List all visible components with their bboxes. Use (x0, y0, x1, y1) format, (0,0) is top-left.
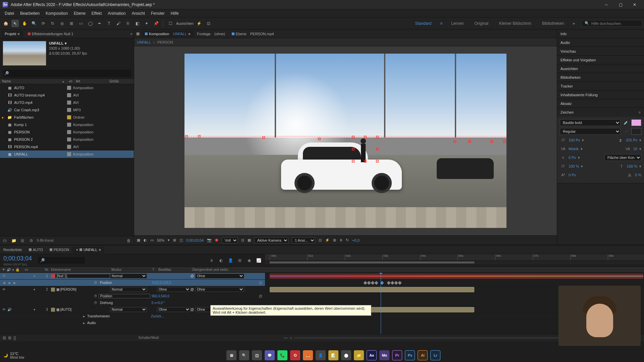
panel-ausrichten[interactable]: Ausrichten (557, 64, 644, 73)
prop-value[interactable]: 1010,9,528,8 (150, 281, 171, 285)
no-stroke-icon[interactable]: ⟋ (623, 128, 629, 135)
sort-indicator[interactable]: ▴ (62, 79, 69, 83)
toggle-switches-icon[interactable]: ⊞ (3, 336, 6, 340)
audio-toggle[interactable]: 🔊 (7, 308, 11, 312)
settings-icon[interactable]: ⚙ (28, 238, 34, 244)
bit-depth-label[interactable]: 8-Bit-Kanal (37, 239, 53, 242)
font-size-value[interactable]: 100 Px (569, 138, 580, 142)
add-kf-icon[interactable]: ◆ (7, 281, 11, 285)
breadcrumb-person[interactable]: PERSON (157, 40, 173, 44)
snap-options2[interactable]: ⊡ (205, 20, 212, 27)
menu-komposition[interactable]: Komposition (43, 10, 70, 16)
panel-info[interactable]: Info (557, 29, 644, 38)
app-teams[interactable]: 💬 (265, 350, 275, 360)
layer-name[interactable]: [Null 1] (55, 274, 110, 278)
pickwhip-icon[interactable]: @ (191, 308, 194, 311)
font-family-select[interactable]: Bastile bold (560, 119, 621, 126)
blend-mode-select[interactable]: Normal (110, 274, 147, 279)
menu-ebene[interactable]: Ebene (71, 10, 88, 16)
viewer-mask-icon[interactable]: ▭ (150, 238, 154, 242)
tsume-value[interactable]: 0 % (635, 173, 641, 177)
layer-name[interactable]: ▦ [PERSON] (55, 288, 110, 291)
eye-header-icon[interactable]: 👁 (2, 268, 5, 272)
font-style-select[interactable]: Regular (560, 128, 621, 135)
orbit-tool[interactable]: ⟳ (40, 20, 47, 27)
comp-name[interactable]: UNFALL ▾ (49, 41, 87, 46)
breadcrumb-unfall[interactable]: UNFALL (137, 40, 151, 44)
prop-audio[interactable]: ▸ Audio (0, 320, 265, 326)
menu-animation[interactable]: Animation (105, 10, 128, 16)
col-trkmat[interactable]: BewMas (158, 268, 192, 272)
panel-absatz[interactable]: Absatz (557, 99, 644, 108)
app-obs[interactable]: ⬤ (341, 350, 351, 360)
camera-select[interactable]: Aktive Kamera (254, 237, 288, 243)
app-premiere[interactable]: Pr (392, 350, 402, 360)
col-label-icon[interactable]: 🏷 (69, 79, 76, 83)
prop-value[interactable]: 960,0,540,0 (150, 294, 169, 298)
expression-pickwhip-icon[interactable]: @ (259, 294, 265, 298)
visibility-toggle[interactable]: 👁 (2, 308, 6, 312)
menu-bearbeiten[interactable]: Bearbeiten (17, 10, 42, 16)
pen-tool[interactable]: ✒ (96, 20, 103, 27)
selection-tool[interactable]: ↖ (11, 20, 19, 27)
twirl-icon[interactable]: ▾ (32, 308, 36, 312)
col-name[interactable]: Name (2, 79, 62, 83)
visibility-toggle[interactable]: 👁 (2, 274, 6, 278)
stopwatch-icon[interactable]: ⏱ (94, 301, 99, 305)
hide-shy-icon[interactable]: 👤 (227, 257, 234, 264)
resolution-select[interactable]: Voll (222, 237, 238, 243)
viewer-canvas[interactable] (184, 54, 506, 228)
puppet-tool[interactable]: 📌 (152, 20, 160, 27)
snap-options[interactable]: ⚡ (196, 20, 203, 27)
tab-projekt[interactable]: Projekt ≡ (1, 31, 23, 37)
layer-color-label[interactable] (51, 288, 55, 292)
panel-inhaltsbasierte[interactable]: Inhaltsbasierte Füllung (557, 90, 644, 99)
tab-footage[interactable]: Footage (ohne) (194, 31, 228, 37)
tab-auto[interactable]: AUTO (25, 247, 46, 253)
time-ruler[interactable]: :00s01s02s03s04s05s06s07s08s09s10s (265, 254, 644, 261)
zoom-out-icon[interactable]: — (284, 336, 288, 340)
leading-value[interactable]: 325 Px (626, 138, 637, 142)
zoom-dropdown-icon[interactable]: ▾ (168, 238, 170, 242)
twirl-icon[interactable]: ▸ (82, 321, 86, 325)
panel-menu-icon[interactable]: ≡ (639, 110, 641, 114)
prop-position-2[interactable]: ⏱ Position 960,0,540,0 @ (0, 293, 265, 300)
weather-widget[interactable]: 🌙 11°C Meist klar (3, 352, 24, 359)
toggle-modes-icon[interactable]: ⊞ (8, 336, 11, 340)
trash-icon[interactable]: 🗑 (126, 238, 132, 244)
switches-modes-label[interactable]: Schalter/Modi (16, 336, 281, 340)
hand-tool[interactable]: ✋ (21, 20, 28, 27)
flowchart-icon[interactable]: ⋔ (339, 238, 342, 242)
pickwhip-icon[interactable]: @ (191, 288, 194, 291)
col-t[interactable]: T (148, 268, 158, 272)
app-whatsapp[interactable]: 📞 (277, 350, 287, 360)
layer-row-2[interactable]: 👁▾ 2 ▦ [PERSON] Normal Ohne @Ohne (0, 286, 265, 293)
app-media-encoder[interactable]: Me (379, 350, 389, 360)
layer-row-1[interactable]: 👁▾ 1 [Null 1] Normal @Ohne (0, 273, 265, 280)
panel-effekte[interactable]: Effekte und Vorgaben (557, 56, 644, 64)
close-button[interactable]: ✕ (628, 1, 641, 9)
stopwatch-icon[interactable]: ⏱ (94, 281, 99, 285)
rotate-tool[interactable]: ↻ (49, 20, 56, 27)
trkmat-select[interactable]: Ohne (157, 307, 191, 312)
col-layername[interactable]: Ebenenname (51, 268, 111, 272)
prop-value[interactable]: 0 x+0,0 ° (150, 301, 165, 305)
pan-behind-tool[interactable]: ⊞ (68, 20, 75, 27)
app-generic[interactable]: 👤 (316, 350, 326, 360)
tab-effekteinstellungen[interactable]: Effekteinstellungen Null 1 (24, 31, 77, 37)
comp-thumbnail[interactable] (3, 41, 46, 66)
viewer-guides-icon[interactable]: ◫ (179, 238, 183, 242)
workspace-menu-icon[interactable]: ≡ (440, 21, 442, 26)
app-illustrator[interactable]: Ai (418, 350, 428, 360)
search-button[interactable]: 🔍 (239, 350, 249, 360)
app-photoshop[interactable]: Ps (405, 350, 415, 360)
current-time[interactable]: 0;00;03;04 (0, 254, 35, 263)
project-item[interactable]: 🔊Car Crash.mp3MP3 (0, 106, 134, 114)
project-item[interactable]: ▦PERSON 2Komposition (0, 136, 134, 143)
viewer-time[interactable]: 0;00;03;04 (186, 238, 204, 242)
layer-name[interactable]: ▦ [AUTO] (55, 308, 110, 311)
menu-effekt[interactable]: Effekt (89, 10, 104, 16)
expression-pickwhip-icon[interactable]: @ (259, 281, 265, 285)
panel-tracker[interactable]: Tracker (557, 82, 644, 90)
blend-mode-select[interactable]: Normal (110, 307, 147, 312)
